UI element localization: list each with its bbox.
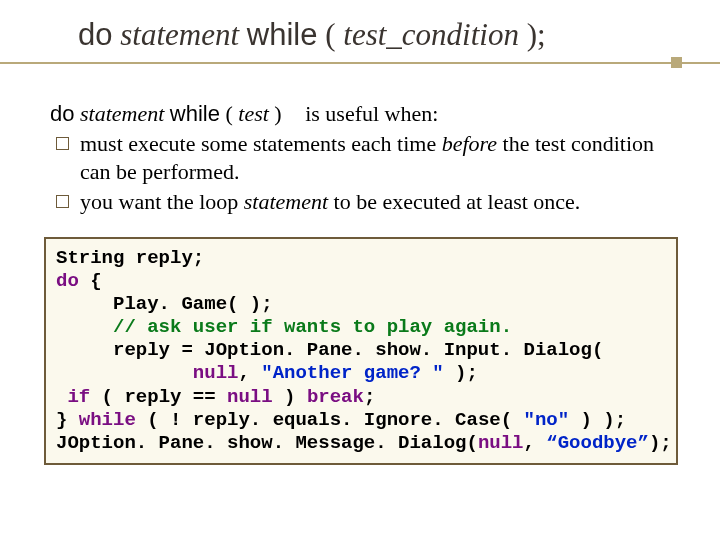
title-keyword-do: do	[78, 17, 112, 52]
code-l9-null: null	[478, 432, 524, 454]
code-l7-c: ( reply ==	[90, 386, 227, 408]
code-l8-while: while	[79, 409, 136, 431]
title-word-test-condition: test_condition	[343, 17, 519, 52]
intro-paren-close: )	[274, 101, 281, 126]
intro-keyword-while: while	[170, 101, 220, 126]
bullet-1-text-a: must execute some statements each time	[80, 131, 442, 156]
code-l3: Play. Game( );	[56, 293, 273, 315]
bullet-1-before: before	[442, 131, 497, 156]
code-l8-c: ( ! reply. equals. Ignore. Case(	[136, 409, 524, 431]
code-l2-b: {	[79, 270, 102, 292]
bullet-2: you want the loop statement to be execut…	[50, 188, 680, 216]
code-l7-break: break	[307, 386, 364, 408]
bullet-2-text-a: you want the loop	[80, 189, 244, 214]
intro-line: do statement while ( test ) is useful wh…	[50, 100, 680, 128]
code-l9-string: “Goodbye”	[546, 432, 649, 454]
title-underline	[0, 62, 720, 64]
intro-word-statement: statement	[80, 101, 164, 126]
bullet-2-text-c: to be executed at least once.	[328, 189, 580, 214]
code-l1: String reply;	[56, 247, 204, 269]
intro-word-test: test	[238, 101, 269, 126]
code-l2-do: do	[56, 270, 79, 292]
bullet-2-statement: statement	[244, 189, 328, 214]
bullet-1: must execute some statements each time b…	[50, 130, 680, 186]
code-l6-null: null	[193, 362, 239, 384]
code-l5: reply = JOption. Pane. show. Input. Dial…	[56, 339, 603, 361]
code-l6-e: );	[444, 362, 478, 384]
intro-paren-open: (	[225, 101, 232, 126]
bullet-list: must execute some statements each time b…	[50, 130, 680, 216]
code-l6-a	[56, 362, 193, 384]
code-l7-if: if	[67, 386, 90, 408]
title-paren-close: );	[527, 17, 546, 52]
code-l6-c: ,	[238, 362, 261, 384]
slide-title: do statement while ( test_condition );	[78, 18, 720, 52]
code-l7-a	[56, 386, 67, 408]
body-content: do statement while ( test ) is useful wh…	[0, 78, 720, 217]
code-l8-string: "no"	[524, 409, 570, 431]
code-l4-comment: // ask user if wants to play again.	[56, 316, 512, 338]
title-paren-open: (	[325, 17, 335, 52]
code-l8-a: }	[56, 409, 79, 431]
slide-title-area: do statement while ( test_condition );	[0, 0, 720, 78]
code-l7-g: ;	[364, 386, 375, 408]
intro-useful: is useful when:	[287, 101, 438, 126]
code-l8-e: ) );	[569, 409, 626, 431]
code-l7-null: null	[227, 386, 273, 408]
code-l6-string: "Another game? "	[261, 362, 443, 384]
code-l9-e: );	[649, 432, 672, 454]
title-word-statement: statement	[120, 17, 239, 52]
code-l7-e: )	[273, 386, 307, 408]
code-l9-a: JOption. Pane. show. Message. Dialog(	[56, 432, 478, 454]
title-keyword-while: while	[247, 17, 318, 52]
intro-keyword-do: do	[50, 101, 74, 126]
code-block: String reply; do { Play. Game( ); // ask…	[44, 237, 678, 466]
code-l9-c: ,	[523, 432, 546, 454]
